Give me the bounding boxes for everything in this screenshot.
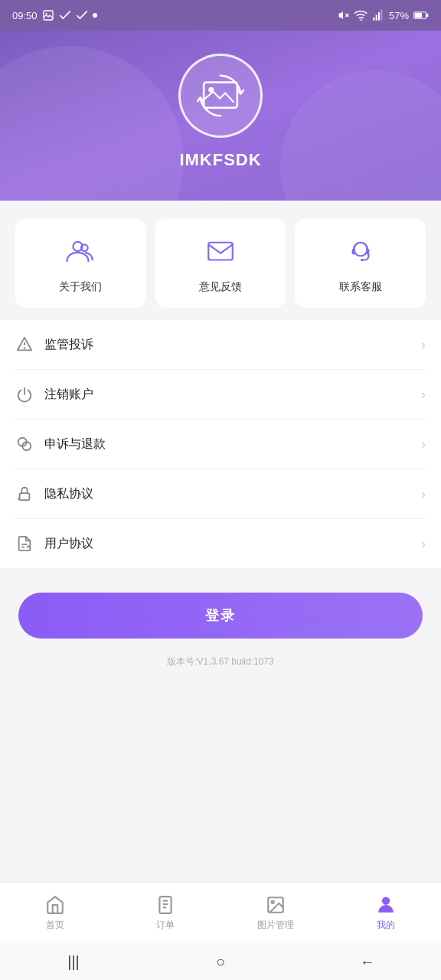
arrow-icon-cancel: › <box>421 387 426 403</box>
svg-rect-5 <box>373 18 374 21</box>
action-support[interactable]: 联系客服 <box>295 219 426 308</box>
app-name: IMKFSDK <box>179 150 261 170</box>
battery-text: 57% <box>389 10 409 21</box>
support-label: 联系客服 <box>339 280 382 294</box>
svg-point-20 <box>361 259 364 262</box>
menu-item-cancel-account[interactable]: 注销账户 › <box>15 370 426 420</box>
power-icon <box>15 385 34 403</box>
about-label: 关于我们 <box>59 280 102 294</box>
main-content: 关于我们 意见反馈 <box>0 201 441 882</box>
menu-item-terms[interactable]: 用户协议 › <box>15 519 426 568</box>
photos-label: 图片管理 <box>257 919 294 932</box>
nav-orders[interactable]: 订单 <box>110 894 220 932</box>
cancel-account-text: 注销账户 <box>44 387 410 403</box>
svg-rect-25 <box>20 493 30 500</box>
login-button[interactable]: 登录 <box>18 593 423 639</box>
orders-label: 订单 <box>156 919 175 932</box>
menu-item-complaint[interactable]: 监管投诉 › <box>15 320 426 370</box>
svg-point-1 <box>45 13 47 15</box>
photos-icon <box>265 894 286 916</box>
nav-home[interactable]: 首页 <box>0 894 110 932</box>
svg-rect-10 <box>415 13 422 18</box>
arrow-icon-complaint: › <box>421 337 426 353</box>
battery-icon <box>413 11 429 20</box>
signal-icon <box>372 9 384 21</box>
svg-point-33 <box>272 901 274 903</box>
hero-section: IMKFSDK <box>0 31 441 201</box>
terms-text: 用户协议 <box>44 536 410 552</box>
wifi-icon <box>354 9 368 21</box>
arrow-icon-privacy: › <box>421 486 426 502</box>
app-logo <box>178 54 263 138</box>
svg-rect-8 <box>381 10 382 21</box>
mine-icon <box>375 894 397 916</box>
logo-svg <box>194 69 247 122</box>
svg-rect-19 <box>366 249 369 255</box>
orders-icon <box>155 894 176 916</box>
svg-point-22 <box>24 348 25 348</box>
nav-photos[interactable]: 图片管理 <box>220 894 331 932</box>
privacy-text: 隐私协议 <box>44 486 410 502</box>
svg-rect-18 <box>351 249 354 255</box>
menu-list: 监管投诉 › 注销账户 › 申诉与退款 › <box>0 320 441 568</box>
svg-point-4 <box>361 19 362 21</box>
status-bar: 09:50 57% <box>0 0 441 31</box>
complaint-text: 监管投诉 <box>44 337 410 353</box>
edit-doc-icon <box>15 534 34 553</box>
arrow-icon-refund: › <box>421 436 426 452</box>
home-icon <box>44 894 66 916</box>
arrow-icon-terms: › <box>421 536 426 552</box>
action-about[interactable]: 关于我们 <box>15 219 146 308</box>
login-section: 登录 <box>0 580 441 645</box>
dot <box>93 13 97 18</box>
coins-icon <box>15 435 34 453</box>
check2-icon <box>76 11 88 20</box>
menu-item-privacy[interactable]: 隐私协议 › <box>15 469 426 519</box>
photo-icon <box>42 9 54 21</box>
support-icon <box>345 236 377 271</box>
quick-actions: 关于我们 意见反馈 <box>0 201 441 320</box>
svg-rect-7 <box>378 12 380 21</box>
svg-rect-6 <box>376 15 377 20</box>
action-feedback[interactable]: 意见反馈 <box>155 219 286 308</box>
android-back-btn[interactable]: ← <box>354 948 381 975</box>
android-menu-btn[interactable]: ||| <box>60 948 87 975</box>
android-nav: ||| ○ ← <box>0 943 441 980</box>
home-label: 首页 <box>46 919 64 932</box>
feedback-label: 意见反馈 <box>199 280 242 294</box>
svg-rect-16 <box>208 243 233 260</box>
edit-lock-icon <box>15 485 34 503</box>
svg-point-34 <box>383 897 390 904</box>
version-info: 版本号:V1.3.67 build:1073 <box>0 645 441 684</box>
mine-label: 我的 <box>377 919 395 932</box>
bottom-nav: 首页 订单 图片管理 我的 <box>0 882 441 943</box>
status-left: 09:50 <box>12 9 97 21</box>
feedback-icon <box>204 236 237 271</box>
mute-icon <box>337 9 349 21</box>
about-icon <box>64 236 96 271</box>
check-icon <box>59 11 71 20</box>
menu-item-refund[interactable]: 申诉与退款 › <box>15 420 426 469</box>
svg-rect-11 <box>426 14 428 17</box>
warning-icon <box>15 335 34 354</box>
time: 09:50 <box>12 10 38 21</box>
status-right: 57% <box>337 9 429 21</box>
nav-mine[interactable]: 我的 <box>331 894 441 932</box>
android-home-btn[interactable]: ○ <box>207 948 234 975</box>
refund-text: 申诉与退款 <box>44 436 410 452</box>
